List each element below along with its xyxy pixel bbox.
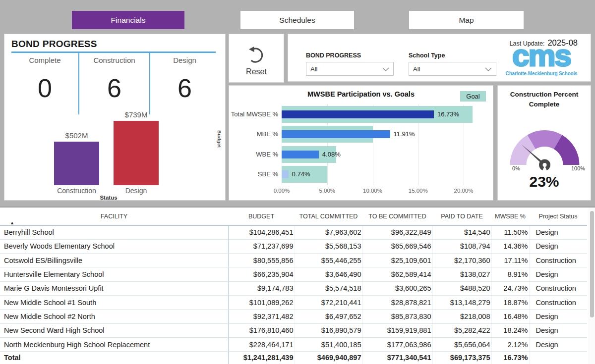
cell-status[interactable]: Construction: [529, 281, 587, 295]
cell-num[interactable]: 18.87%: [491, 295, 529, 309]
cell-num[interactable]: 18.24%: [491, 323, 529, 337]
cell-num[interactable]: $72,210,441: [295, 295, 362, 309]
column-header-facility[interactable]: FACILITY: [0, 208, 228, 225]
column-header-project-status[interactable]: Project Status: [529, 208, 587, 225]
cell-num[interactable]: $71,237,699: [228, 239, 295, 253]
cell-num[interactable]: $5,574,518: [295, 281, 362, 295]
column-header-budget[interactable]: BUDGET: [228, 208, 295, 225]
cell-status[interactable]: Design: [529, 310, 587, 323]
cell-num[interactable]: $13,148,279: [432, 295, 491, 309]
cell-num[interactable]: $66,235,904: [228, 267, 295, 281]
dashboard: Financials Schedules Map BOND PROGRESS C…: [0, 0, 595, 364]
table-scrollbar-thumb[interactable]: [590, 211, 594, 317]
cell-status[interactable]: Construction: [529, 295, 587, 309]
value-bar[interactable]: [282, 130, 390, 138]
cell-num[interactable]: $85,873,830: [362, 310, 432, 323]
cell-num[interactable]: 16.48%: [491, 310, 529, 323]
x-axis-label: Design: [106, 187, 166, 195]
cell-facility[interactable]: North Mecklenburg High School Replacemen…: [0, 337, 228, 351]
bar-design[interactable]: [114, 121, 159, 185]
cell-num[interactable]: $104,286,451: [228, 225, 295, 239]
table-row[interactable]: Beverly Woods Elementary School$71,237,6…: [0, 239, 587, 253]
table-row[interactable]: Cotswold ES/Billingsville$80,555,856$55,…: [0, 254, 587, 267]
value-bar[interactable]: [282, 151, 319, 158]
sort-ascending-icon[interactable]: ▲: [10, 220, 14, 225]
cell-num[interactable]: $28,878,821: [362, 295, 432, 309]
cell-num[interactable]: $62,589,414: [362, 267, 432, 281]
cell-num[interactable]: $3,600,265: [362, 281, 432, 295]
cell-num[interactable]: $14,540: [432, 225, 491, 239]
cell-num[interactable]: $159,919,881: [362, 323, 432, 337]
table-row[interactable]: North Mecklenburg High School Replacemen…: [0, 337, 587, 351]
cell-num[interactable]: 14.36%: [491, 239, 529, 253]
cell-num[interactable]: 11.50%: [491, 225, 529, 239]
table-row[interactable]: Marie G Davis Montessori Upfit$9,174,783…: [0, 281, 587, 295]
cell-num[interactable]: $7,963,602: [295, 225, 362, 239]
cell-facility[interactable]: New Middle School #1 South: [0, 295, 228, 309]
x-tick-label: 5.00%: [312, 188, 342, 194]
cell-status[interactable]: Design: [529, 323, 587, 337]
cell-num[interactable]: $488,520: [432, 281, 491, 295]
cell-num[interactable]: 24.73%: [491, 281, 529, 295]
bar-construction[interactable]: [54, 142, 99, 185]
cell-num[interactable]: $96,322,849: [362, 225, 432, 239]
cell-facility[interactable]: New Middle School #2 North: [0, 310, 228, 323]
cell-facility[interactable]: Huntersville Elementary School: [0, 267, 228, 281]
cell-num[interactable]: 2.12%: [491, 337, 529, 351]
table-row[interactable]: New Middle School #1 South$101,089,262$7…: [0, 295, 587, 309]
cell-num[interactable]: $138,027: [432, 267, 491, 281]
tab-financials[interactable]: Financials: [72, 11, 184, 29]
cell-num[interactable]: $92,371,482: [228, 310, 295, 323]
cell-num[interactable]: $177,063,986: [362, 337, 432, 351]
column-header-total-committed[interactable]: TOTAL COMMITTED: [295, 208, 362, 225]
bond-progress-slicer[interactable]: All: [306, 62, 394, 76]
cell-facility[interactable]: Berryhill School: [0, 225, 228, 239]
gauge-max-label: 100%: [569, 165, 587, 171]
table-row[interactable]: Berryhill School$104,286,451$7,963,602$9…: [0, 225, 587, 239]
cell-num[interactable]: $3,646,490: [295, 267, 362, 281]
cell-num[interactable]: $5,282,422: [432, 323, 491, 337]
table-row[interactable]: Huntersville Elementary School$66,235,90…: [0, 267, 587, 281]
cell-status[interactable]: Design: [529, 267, 587, 281]
cell-num[interactable]: $176,810,460: [228, 323, 295, 337]
school-type-slicer[interactable]: All: [409, 62, 496, 76]
cell-facility[interactable]: Cotswold ES/Billingsville: [0, 254, 228, 267]
column-header-to-be-committed[interactable]: TO BE COMMITTED: [362, 208, 432, 225]
cell-facility[interactable]: Beverly Woods Elementary School: [0, 239, 228, 253]
x-axis-title: Status: [84, 195, 133, 201]
cell-status[interactable]: Design: [529, 337, 587, 351]
cell-num[interactable]: $9,174,783: [228, 281, 295, 295]
cell-num[interactable]: $55,446,255: [295, 254, 362, 267]
table-row[interactable]: New Second Ward High School$176,810,460$…: [0, 323, 587, 337]
column-header-paid-to-date[interactable]: PAID TO DATE: [432, 208, 491, 225]
cell-facility[interactable]: Marie G Davis Montessori Upfit: [0, 281, 228, 295]
value-bar[interactable]: [282, 170, 289, 178]
cell-num[interactable]: $65,669,546: [362, 239, 432, 253]
cell-facility[interactable]: New Second Ward High School: [0, 323, 228, 337]
cell-num[interactable]: 8.91%: [491, 267, 529, 281]
cell-num[interactable]: $101,089,262: [228, 295, 295, 309]
cell-num[interactable]: $80,555,856: [228, 254, 295, 267]
cell-status[interactable]: Design: [529, 239, 587, 253]
column-header-mwsbe-[interactable]: MWSBE %: [491, 208, 529, 225]
table-row[interactable]: New Middle School #2 North$92,371,482$6,…: [0, 310, 587, 323]
cell-num[interactable]: $51,400,185: [295, 337, 362, 351]
cell-num[interactable]: $16,890,579: [295, 323, 362, 337]
cell-status[interactable]: Construction: [529, 254, 587, 267]
value-label: 16.73%: [437, 110, 459, 118]
cell-num[interactable]: $228,464,171: [228, 337, 295, 351]
tab-schedules[interactable]: Schedules: [240, 11, 354, 29]
cell-num[interactable]: $6,497,652: [295, 310, 362, 323]
cell-num[interactable]: $2,170,360: [432, 254, 491, 267]
cell-num[interactable]: 17.11%: [491, 254, 529, 267]
cell-status[interactable]: Design: [529, 225, 587, 239]
cell-num[interactable]: $108,794: [432, 239, 491, 253]
cell-num[interactable]: $25,109,601: [362, 254, 432, 267]
cell-num[interactable]: $5,568,153: [295, 239, 362, 253]
cell-num[interactable]: $218,008: [432, 310, 491, 323]
tab-map[interactable]: Map: [409, 11, 524, 29]
gauge-panel: Construction PercentComplete 0% 100% 23%: [497, 85, 591, 201]
reset-button[interactable]: Reset: [229, 34, 284, 83]
value-bar[interactable]: [282, 110, 434, 118]
cell-num[interactable]: $5,656,064: [432, 337, 491, 351]
